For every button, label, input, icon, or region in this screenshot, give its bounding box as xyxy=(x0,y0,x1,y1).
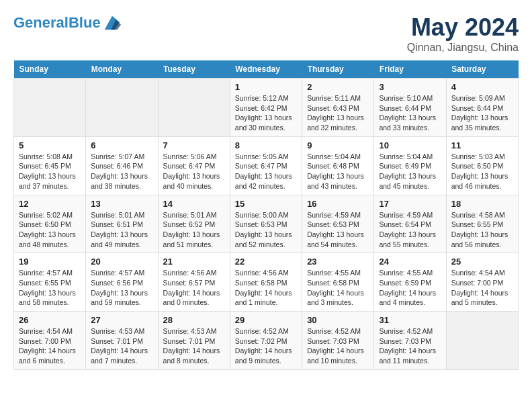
day-number: 4 xyxy=(451,82,513,92)
calendar-cell: 15Sunrise: 5:00 AMSunset: 6:53 PMDayligh… xyxy=(230,195,302,253)
day-info: Sunrise: 4:59 AMSunset: 6:53 PMDaylight:… xyxy=(307,210,369,250)
weekday-header-saturday: Saturday xyxy=(446,60,518,79)
calendar-cell: 6Sunrise: 5:07 AMSunset: 6:46 PMDaylight… xyxy=(86,136,158,195)
calendar-cell: 22Sunrise: 4:56 AMSunset: 6:58 PMDayligh… xyxy=(230,253,302,312)
day-number: 23 xyxy=(307,257,369,267)
logo-icon xyxy=(102,13,121,32)
day-number: 18 xyxy=(451,199,513,209)
day-info: Sunrise: 4:55 AMSunset: 6:59 PMDaylight:… xyxy=(379,268,441,308)
day-info: Sunrise: 4:55 AMSunset: 6:58 PMDaylight:… xyxy=(307,268,369,308)
day-info: Sunrise: 4:53 AMSunset: 7:01 PMDaylight:… xyxy=(163,326,225,366)
day-number: 19 xyxy=(19,257,81,267)
calendar-title: May 2024 xyxy=(407,13,519,42)
calendar-cell: 27Sunrise: 4:53 AMSunset: 7:01 PMDayligh… xyxy=(86,312,158,370)
day-info: Sunrise: 4:52 AMSunset: 7:03 PMDaylight:… xyxy=(379,326,441,366)
calendar-week-4: 19Sunrise: 4:57 AMSunset: 6:55 PMDayligh… xyxy=(14,253,519,312)
calendar-cell: 13Sunrise: 5:01 AMSunset: 6:51 PMDayligh… xyxy=(86,195,158,253)
day-info: Sunrise: 5:04 AMSunset: 6:48 PMDaylight:… xyxy=(307,152,369,191)
calendar-cell: 3Sunrise: 5:10 AMSunset: 6:44 PMDaylight… xyxy=(374,79,446,137)
weekday-header-friday: Friday xyxy=(374,60,446,79)
day-number: 14 xyxy=(163,199,225,209)
calendar-cell: 7Sunrise: 5:06 AMSunset: 6:47 PMDaylight… xyxy=(158,136,230,195)
day-number: 11 xyxy=(451,140,513,150)
day-info: Sunrise: 5:05 AMSunset: 6:47 PMDaylight:… xyxy=(235,152,297,191)
day-info: Sunrise: 5:10 AMSunset: 6:44 PMDaylight:… xyxy=(379,93,441,133)
day-info: Sunrise: 5:03 AMSunset: 6:50 PMDaylight:… xyxy=(451,152,513,191)
weekday-header-wednesday: Wednesday xyxy=(230,60,302,79)
day-number: 15 xyxy=(235,199,297,209)
day-number: 7 xyxy=(163,140,225,150)
calendar-cell: 9Sunrise: 5:04 AMSunset: 6:48 PMDaylight… xyxy=(302,136,374,195)
day-info: Sunrise: 4:57 AMSunset: 6:56 PMDaylight:… xyxy=(91,268,152,308)
day-info: Sunrise: 5:06 AMSunset: 6:47 PMDaylight:… xyxy=(163,152,225,191)
day-info: Sunrise: 5:08 AMSunset: 6:45 PMDaylight:… xyxy=(19,152,81,191)
calendar-cell: 2Sunrise: 5:11 AMSunset: 6:43 PMDaylight… xyxy=(302,79,374,137)
day-info: Sunrise: 5:00 AMSunset: 6:53 PMDaylight:… xyxy=(235,210,297,250)
weekday-header-monday: Monday xyxy=(86,60,158,79)
logo-text: GeneralBlue xyxy=(13,15,101,30)
day-info: Sunrise: 5:07 AMSunset: 6:46 PMDaylight:… xyxy=(91,152,152,191)
day-info: Sunrise: 4:57 AMSunset: 6:55 PMDaylight:… xyxy=(19,268,81,308)
day-number: 16 xyxy=(307,199,369,209)
day-number: 28 xyxy=(163,315,225,325)
weekday-header-tuesday: Tuesday xyxy=(158,60,230,79)
day-info: Sunrise: 4:56 AMSunset: 6:57 PMDaylight:… xyxy=(163,268,225,308)
day-number: 27 xyxy=(91,315,152,325)
day-number: 9 xyxy=(307,140,369,150)
calendar-table: SundayMondayTuesdayWednesdayThursdayFrid… xyxy=(13,60,519,370)
day-number: 26 xyxy=(19,315,81,325)
calendar-cell: 24Sunrise: 4:55 AMSunset: 6:59 PMDayligh… xyxy=(374,253,446,312)
calendar-week-1: 1Sunrise: 5:12 AMSunset: 6:42 PMDaylight… xyxy=(14,79,519,137)
calendar-cell: 20Sunrise: 4:57 AMSunset: 6:56 PMDayligh… xyxy=(86,253,158,312)
day-info: Sunrise: 4:52 AMSunset: 7:03 PMDaylight:… xyxy=(307,326,369,366)
calendar-subtitle: Qinnan, Jiangsu, China xyxy=(407,42,519,54)
calendar-cell: 4Sunrise: 5:09 AMSunset: 6:44 PMDaylight… xyxy=(446,79,518,137)
page-header: GeneralBlue May 2024 Qinnan, Jiangsu, Ch… xyxy=(13,13,519,54)
day-number: 29 xyxy=(235,315,297,325)
calendar-cell xyxy=(86,79,158,137)
day-info: Sunrise: 5:04 AMSunset: 6:49 PMDaylight:… xyxy=(379,152,441,191)
calendar-week-5: 26Sunrise: 4:54 AMSunset: 7:00 PMDayligh… xyxy=(14,312,519,370)
day-number: 25 xyxy=(451,257,513,267)
day-info: Sunrise: 4:52 AMSunset: 7:02 PMDaylight:… xyxy=(235,326,297,366)
calendar-week-3: 12Sunrise: 5:02 AMSunset: 6:50 PMDayligh… xyxy=(14,195,519,253)
calendar-cell: 16Sunrise: 4:59 AMSunset: 6:53 PMDayligh… xyxy=(302,195,374,253)
calendar-cell: 23Sunrise: 4:55 AMSunset: 6:58 PMDayligh… xyxy=(302,253,374,312)
day-info: Sunrise: 5:02 AMSunset: 6:50 PMDaylight:… xyxy=(19,210,81,250)
day-info: Sunrise: 5:01 AMSunset: 6:52 PMDaylight:… xyxy=(163,210,225,250)
day-info: Sunrise: 5:12 AMSunset: 6:42 PMDaylight:… xyxy=(235,93,297,133)
calendar-body: 1Sunrise: 5:12 AMSunset: 6:42 PMDaylight… xyxy=(14,79,519,370)
calendar-cell: 14Sunrise: 5:01 AMSunset: 6:52 PMDayligh… xyxy=(158,195,230,253)
calendar-cell: 1Sunrise: 5:12 AMSunset: 6:42 PMDaylight… xyxy=(230,79,302,137)
calendar-cell: 31Sunrise: 4:52 AMSunset: 7:03 PMDayligh… xyxy=(374,312,446,370)
calendar-header: SundayMondayTuesdayWednesdayThursdayFrid… xyxy=(14,60,519,79)
day-number: 20 xyxy=(91,257,152,267)
weekday-header-sunday: Sunday xyxy=(14,60,86,79)
logo: GeneralBlue xyxy=(13,13,121,32)
weekday-header-row: SundayMondayTuesdayWednesdayThursdayFrid… xyxy=(14,60,519,79)
calendar-cell xyxy=(14,79,86,137)
day-number: 12 xyxy=(19,199,81,209)
title-block: May 2024 Qinnan, Jiangsu, China xyxy=(407,13,519,54)
calendar-week-2: 5Sunrise: 5:08 AMSunset: 6:45 PMDaylight… xyxy=(14,136,519,195)
day-info: Sunrise: 5:09 AMSunset: 6:44 PMDaylight:… xyxy=(451,93,513,133)
day-info: Sunrise: 5:11 AMSunset: 6:43 PMDaylight:… xyxy=(307,93,369,133)
calendar-cell: 8Sunrise: 5:05 AMSunset: 6:47 PMDaylight… xyxy=(230,136,302,195)
day-number: 13 xyxy=(91,199,152,209)
day-info: Sunrise: 4:58 AMSunset: 6:55 PMDaylight:… xyxy=(451,210,513,250)
calendar-cell: 25Sunrise: 4:54 AMSunset: 7:00 PMDayligh… xyxy=(446,253,518,312)
day-number: 17 xyxy=(379,199,441,209)
calendar-cell: 26Sunrise: 4:54 AMSunset: 7:00 PMDayligh… xyxy=(14,312,86,370)
day-number: 10 xyxy=(379,140,441,150)
calendar-cell xyxy=(158,79,230,137)
calendar-cell: 10Sunrise: 5:04 AMSunset: 6:49 PMDayligh… xyxy=(374,136,446,195)
day-info: Sunrise: 4:54 AMSunset: 7:00 PMDaylight:… xyxy=(451,268,513,308)
calendar-cell: 17Sunrise: 4:59 AMSunset: 6:54 PMDayligh… xyxy=(374,195,446,253)
day-number: 8 xyxy=(235,140,297,150)
calendar-cell: 18Sunrise: 4:58 AMSunset: 6:55 PMDayligh… xyxy=(446,195,518,253)
day-info: Sunrise: 4:54 AMSunset: 7:00 PMDaylight:… xyxy=(19,326,81,366)
calendar-cell: 12Sunrise: 5:02 AMSunset: 6:50 PMDayligh… xyxy=(14,195,86,253)
day-info: Sunrise: 4:53 AMSunset: 7:01 PMDaylight:… xyxy=(91,326,152,366)
day-number: 6 xyxy=(91,140,152,150)
day-info: Sunrise: 4:59 AMSunset: 6:54 PMDaylight:… xyxy=(379,210,441,250)
